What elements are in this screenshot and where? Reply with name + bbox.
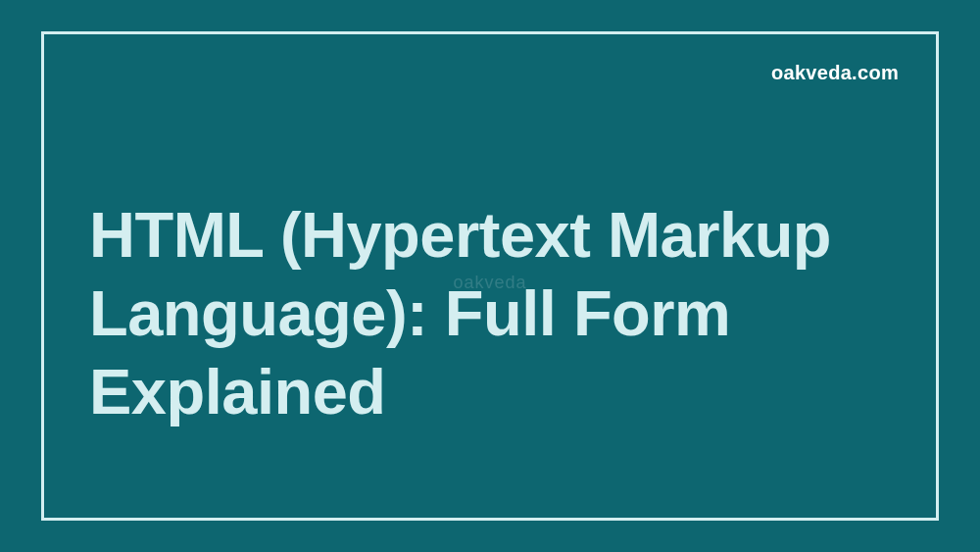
main-title: HTML (Hypertext Markup Language): Full F… (89, 196, 891, 431)
brand-label: oakveda.com (771, 62, 899, 84)
content-frame: oakveda.com HTML (Hypertext Markup Langu… (41, 31, 939, 521)
